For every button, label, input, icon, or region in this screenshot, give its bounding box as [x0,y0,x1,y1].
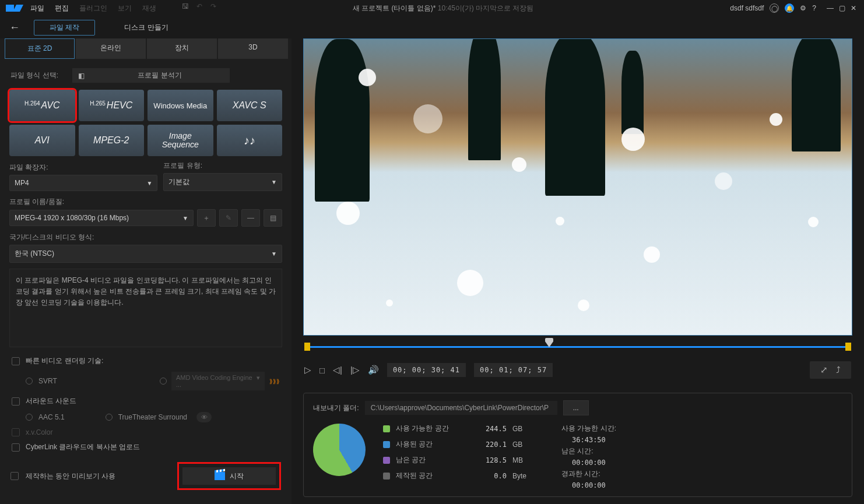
topbar: ← 파일 제작 디스크 만들기 [0,16,864,38]
options-list: 빠른 비디오 랜더링 기술: SVRT AMD Video Coding Eng… [5,353,287,455]
start-button[interactable]: 시작 [182,467,276,485]
label-preview-while: 제작하는 동안 미리보기 사용 [26,471,115,481]
play-icon[interactable]: ▷ [304,365,311,375]
radio-svrt [26,378,33,385]
stop-icon[interactable]: □ [319,365,325,375]
menu-plugin[interactable]: 플러그인 [79,3,107,13]
snapshot-icon[interactable]: ⤢ [820,365,828,375]
timeline-playhead[interactable] [545,341,553,347]
right-panel: ▷ □ ◁| |▷ 🔊 00; 00; 30; 41 00; 01; 07; 5… [291,38,864,504]
chevron-down-icon: ▼ [271,179,277,185]
file-ext-select[interactable]: MP4▼ [9,175,157,191]
export-section: 내보내기 폴더: C:\Users\approve\Documents\Cybe… [303,393,852,497]
clapboard-icon [215,472,225,480]
user-name[interactable]: dsdf sdfsdf [730,4,764,12]
format-avi[interactable]: AVI [9,125,75,156]
truevelocity-badge: ⟫⟫⟫ [269,378,280,385]
profile-add-button[interactable]: ＋ [197,209,216,227]
menu-edit[interactable]: 편집 [55,3,69,13]
legend-row: 남은 공간128.5MB [383,455,526,465]
tab-file-produce[interactable]: 파일 제작 [34,20,95,36]
timecode-total: 00; 01; 07; 57 [474,363,553,377]
settings-gear-icon[interactable]: ⚙ [800,4,806,12]
next-frame-icon[interactable]: |▷ [350,365,360,375]
window-title: 새 프로젝트 (타이틀 없음)* 10:45이(가) 마지막으로 저장됨 [156,3,730,13]
menu-file[interactable]: 파일 [30,3,44,13]
title-right: dsdf sdfsdf ◯ 🔔 ⚙ ? — ▢ ✕ [730,3,858,13]
close-icon[interactable]: ✕ [849,4,858,12]
label-svrt: SVRT [38,377,57,385]
timeline-track[interactable] [310,346,845,348]
format-h265-hevc[interactable]: H.265HEVC [79,90,145,121]
label-fast-render: 빠른 비디오 랜더링 기술: [26,356,103,366]
tab-online[interactable]: 온라인 [76,38,146,59]
svg-rect-0 [6,5,14,12]
profile-name-select[interactable]: MPEG-4 1920 x 1080/30p (16 Mbps)▼ [9,210,194,226]
export-folder-label: 내보내기 폴더: [313,403,359,413]
file-ext-label: 파일 확장자: [9,163,157,172]
radio-aac51 [26,414,33,421]
timeline[interactable] [304,343,851,351]
app-logo-icon [6,3,23,13]
format-grid: H.264AVC H.265HEVC Windows Media XAVC S … [5,85,287,161]
save-icon[interactable]: 🖫 [181,2,190,10]
format-mpeg2[interactable]: MPEG-2 [79,125,145,156]
tab-disc-create[interactable]: 디스크 만들기 [109,20,183,35]
profile-detail-button[interactable]: ▤ [264,209,282,227]
analyzer-icon: ◧ [72,69,90,82]
profile-type-label: 프로필 유형: [163,161,282,171]
checkbox-preview-while[interactable] [10,472,19,480]
chevron-down-icon: ▼ [182,215,188,221]
user-avatar-icon[interactable]: ◯ [770,3,779,13]
output-tabs: 표준 2D 온라인 장치 3D [5,38,287,59]
menu-view[interactable]: 보기 [118,3,132,13]
country-format-select[interactable]: 한국 (NTSC)▼ [9,245,282,263]
tab-device[interactable]: 장치 [147,38,217,59]
help-icon[interactable]: ? [812,4,816,12]
tab-standard2d[interactable]: 표준 2D [5,38,75,59]
profile-type-select[interactable]: 기본값▼ [163,173,282,191]
undo-icon[interactable]: ↶ [195,2,204,10]
format-image-sequence[interactable]: ImageSequence [147,125,213,156]
profile-delete-button[interactable]: — [241,209,260,227]
checkbox-cloud-upload[interactable] [12,443,20,452]
video-preview[interactable] [303,38,852,336]
volume-icon[interactable]: 🔊 [368,365,379,375]
profile-edit-button[interactable]: ✎ [219,209,238,227]
tab-3d[interactable]: 3D [218,38,288,59]
redo-icon[interactable]: ↷ [209,2,218,10]
preview-eye-icon: 👁 [196,412,212,422]
format-h264-avc[interactable]: H.264AVC [9,90,75,121]
menu-play[interactable]: 재생 [142,3,156,13]
export-frame-icon[interactable]: ⤴ [836,365,841,375]
timecode-current: 00; 00; 30; 41 [387,363,466,377]
titlebar: 파일 편집 플러그인 보기 재생 🖫 ↶ ↷ 새 프로젝트 (타이틀 없음)* … [0,0,864,16]
label-cloud-upload: CyberLink 클라우드에 복사본 업로드 [26,442,140,452]
timeline-start-marker[interactable] [304,343,310,351]
label-surround: 서라운드 사운드 [26,396,76,406]
legend-row: 사용된 공간220.1GB [383,439,526,449]
format-audio[interactable]: ♪♪ [217,125,283,156]
export-folder-path: C:\Users\approve\Documents\CyberLink\Pow… [365,401,557,415]
prev-frame-icon[interactable]: ◁| [333,365,342,375]
disk-legend: 사용 가능한 공간244.5GB 사용된 공간220.1GB 남은 공간128.… [383,424,526,489]
main: 표준 2D 온라인 장치 3D 파일 형식 선택: ◧ 프로필 분석기 H.26… [0,38,864,504]
browse-folder-button[interactable]: ... [563,400,589,415]
toolbar-separator-icons: 🖫 ↶ ↷ [181,2,218,10]
legend-row: 제작된 공간0.0Byte [383,471,526,481]
radio-tt-surround [106,414,113,421]
hw-engine-select: AMD Video Coding Engine ...▾ [171,372,265,390]
profile-analyzer-button[interactable]: ◧ 프로필 분석기 [72,68,230,83]
disk-usage-pie [313,424,366,476]
format-xavcs[interactable]: XAVC S [217,90,283,121]
maximize-icon[interactable]: ▢ [837,4,847,12]
country-format-label: 국가/디스크의 비디오 형식: [9,232,282,242]
minimize-icon[interactable]: — [826,4,835,12]
checkbox-fast-render[interactable] [12,357,20,365]
notification-bell-icon[interactable]: 🔔 [785,3,794,13]
timeline-end-marker[interactable] [845,343,851,351]
format-windows-media[interactable]: Windows Media [147,90,213,121]
checkbox-surround[interactable] [12,397,20,406]
chevron-down-icon: ▼ [147,180,153,186]
back-arrow-icon[interactable]: ← [9,22,20,34]
